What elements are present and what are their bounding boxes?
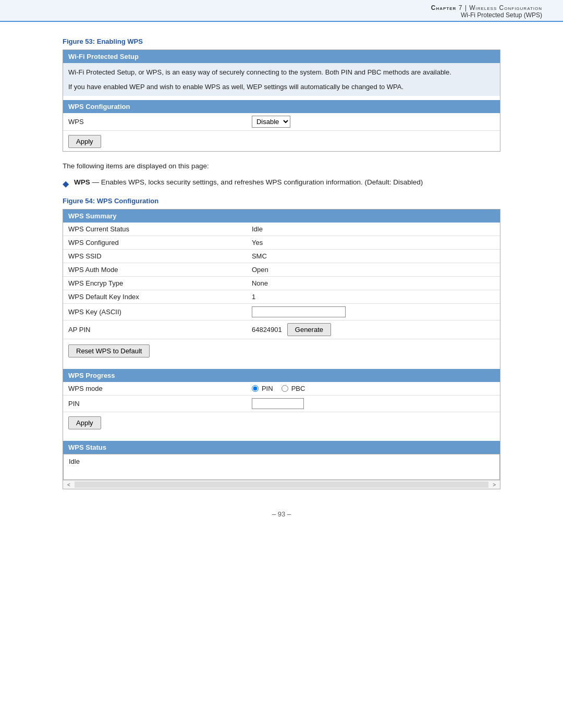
ap-pin-cell: 64824901 Generate [247, 320, 500, 339]
wps-status-container: Idle < > [63, 454, 500, 489]
chapter-number: 7 [459, 4, 463, 11]
wps-summary-table: WPS Current Status Idle WPS Configured Y… [63, 223, 500, 339]
table-row: WPS Current Status Idle [63, 223, 500, 236]
table-row: WPS Encryp Type None [63, 277, 500, 290]
wps-row: WPS Disable Enable [63, 113, 500, 131]
table-row: WPS SSID SMC [63, 250, 500, 263]
row-value: Idle [247, 223, 500, 236]
scrollbar-row: < > [63, 480, 500, 489]
wifi-setup-header: Wi-Fi Protected Setup [63, 50, 500, 63]
row-label: WPS Auth Mode [63, 263, 247, 277]
table-row: WPS Default Key Index 1 [63, 290, 500, 304]
row-label: WPS SSID [63, 250, 247, 263]
reset-wps-button[interactable]: Reset WPS to Default [68, 344, 150, 357]
row-value: None [247, 277, 500, 290]
pin-input[interactable] [252, 398, 304, 409]
section-title: Wireless Configuration [469, 4, 542, 11]
figure53-apply-row: Apply [63, 131, 500, 151]
page-footer: – 93 – [63, 500, 500, 534]
bullet-desc: — Enables WPS, locks security settings, … [92, 178, 423, 186]
chapter-label: Chapter [431, 4, 457, 11]
row-value: SMC [247, 250, 500, 263]
row-value: Yes [247, 236, 500, 250]
bullet-item: ◆ WPS — Enables WPS, locks security sett… [63, 178, 500, 189]
generate-button[interactable]: Generate [287, 323, 331, 336]
pin-input-cell [247, 396, 500, 412]
wps-mode-radios-cell: PIN PBC [247, 382, 500, 396]
ap-pin-label: AP PIN [63, 320, 247, 339]
reset-row: Reset WPS to Default [63, 339, 500, 361]
figure54-apply-row: Apply [63, 412, 500, 433]
row-value: Open [247, 263, 500, 277]
pbc-radio[interactable] [282, 385, 288, 392]
pin-radio-text: PIN [262, 385, 273, 392]
scroll-right-button[interactable]: > [491, 482, 498, 488]
row-label: WPS Key (ASCII) [63, 304, 247, 320]
table-row: WPS Auth Mode Open [63, 263, 500, 277]
header-sub: Wi-Fi Protected Setup (WPS) [21, 11, 542, 19]
pin-label: PIN [63, 396, 247, 412]
pin-row: PIN [63, 396, 500, 412]
pbc-radio-text: PBC [291, 385, 305, 392]
wps-status-text: Idle [63, 454, 500, 480]
ap-pin-value-row: 64824901 Generate [252, 323, 495, 336]
chapter-line: Chapter 7 | Wireless Configuration [21, 4, 542, 11]
row-label: WPS Default Key Index [63, 290, 247, 304]
spacer2 [63, 433, 500, 441]
figure54-panel: WPS Summary WPS Current Status Idle WPS … [63, 209, 500, 489]
scroll-track[interactable] [75, 482, 488, 488]
spacer [63, 361, 500, 369]
ap-pin-row: AP PIN 64824901 Generate [63, 320, 500, 339]
figure54-caption: Figure 54: WPS Configuration [63, 197, 500, 205]
wps-mode-radios: PIN PBC [252, 385, 495, 392]
table-row: WPS Key (ASCII) [63, 304, 500, 320]
main-content: Figure 53: Enabling WPS Wi-Fi Protected … [0, 22, 563, 554]
table-row: WPS Configured Yes [63, 236, 500, 250]
wifi-description: Wi-Fi Protected Setup, or WPS, is an eas… [63, 63, 500, 96]
pin-radio[interactable] [252, 385, 259, 392]
row-value: 1 [247, 290, 500, 304]
desc2: If you have enabled WEP and wish to enab… [68, 82, 495, 92]
scroll-left-button[interactable]: < [65, 482, 72, 488]
figure53-panel: Wi-Fi Protected Setup Wi-Fi Protected Se… [63, 50, 500, 152]
body-text: The following items are displayed on thi… [63, 162, 500, 170]
header-separator: | [465, 4, 467, 11]
wps-progress-table: WPS mode PIN PBC [63, 382, 500, 412]
wps-config-header: WPS Configuration [63, 100, 500, 113]
wps-summary-header: WPS Summary [63, 209, 500, 223]
pin-radio-label[interactable]: PIN [252, 385, 273, 392]
wps-progress-header: WPS Progress [63, 369, 500, 382]
figure53-apply-button[interactable]: Apply [68, 135, 101, 148]
wps-select[interactable]: Disable Enable [252, 116, 290, 128]
wps-mode-row: WPS mode PIN PBC [63, 382, 500, 396]
pbc-radio-label[interactable]: PBC [282, 385, 305, 392]
wps-select-cell: Disable Enable [247, 113, 500, 131]
bullet-text: WPS — Enables WPS, locks security settin… [74, 178, 423, 186]
figure54-apply-button[interactable]: Apply [68, 416, 101, 429]
row-value [247, 304, 500, 320]
wps-mode-label: WPS mode [63, 382, 247, 396]
page-header: Chapter 7 | Wireless Configuration Wi-Fi… [0, 0, 563, 22]
row-label: WPS Configured [63, 236, 247, 250]
row-label: WPS Encryp Type [63, 277, 247, 290]
desc1: Wi-Fi Protected Setup, or WPS, is an eas… [68, 67, 495, 78]
page-wrapper: Chapter 7 | Wireless Configuration Wi-Fi… [0, 0, 563, 728]
row-label: WPS Current Status [63, 223, 247, 236]
bullet-label: WPS [74, 178, 90, 186]
wps-label: WPS [63, 113, 247, 131]
figure53-caption: Figure 53: Enabling WPS [63, 38, 500, 45]
wps-status-header: WPS Status [63, 441, 500, 454]
wps-config-table: WPS Disable Enable [63, 113, 500, 131]
ap-pin-value: 64824901 [252, 326, 282, 334]
wps-key-input[interactable] [252, 306, 346, 317]
bullet-diamond: ◆ [63, 179, 69, 189]
